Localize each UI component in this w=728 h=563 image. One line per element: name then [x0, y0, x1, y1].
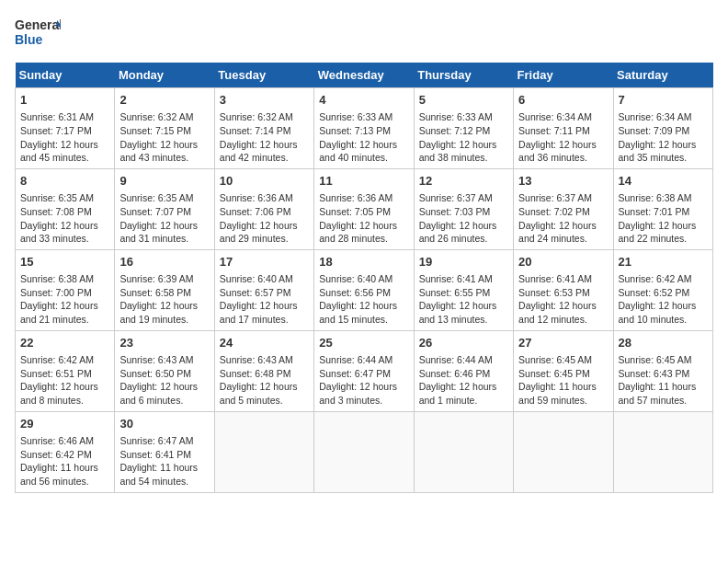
- day-info: Sunrise: 6:43 AM Sunset: 6:50 PM Dayligh…: [119, 353, 209, 408]
- day-info: Sunrise: 6:32 AM Sunset: 7:15 PM Dayligh…: [119, 110, 209, 165]
- col-header-friday: Friday: [514, 63, 613, 88]
- day-info: Sunrise: 6:35 AM Sunset: 7:07 PM Dayligh…: [119, 191, 209, 246]
- day-info: Sunrise: 6:45 AM Sunset: 6:45 PM Dayligh…: [518, 353, 608, 408]
- day-number: 19: [419, 254, 508, 270]
- calendar-cell: [314, 411, 414, 492]
- calendar-cell: [414, 411, 513, 492]
- calendar-week-row: 15Sunrise: 6:38 AM Sunset: 7:00 PM Dayli…: [16, 249, 713, 330]
- day-info: Sunrise: 6:36 AM Sunset: 7:05 PM Dayligh…: [319, 191, 408, 246]
- day-info: Sunrise: 6:43 AM Sunset: 6:48 PM Dayligh…: [220, 353, 309, 408]
- day-number: 12: [419, 173, 508, 190]
- day-info: Sunrise: 6:41 AM Sunset: 6:55 PM Dayligh…: [419, 272, 508, 327]
- day-info: Sunrise: 6:37 AM Sunset: 7:03 PM Dayligh…: [419, 191, 508, 246]
- calendar-header-row: SundayMondayTuesdayWednesdayThursdayFrid…: [16, 63, 713, 88]
- day-info: Sunrise: 6:44 AM Sunset: 6:47 PM Dayligh…: [319, 353, 408, 408]
- calendar-cell: 17Sunrise: 6:40 AM Sunset: 6:57 PM Dayli…: [214, 249, 313, 330]
- calendar-cell: 21Sunrise: 6:42 AM Sunset: 6:52 PM Dayli…: [613, 249, 712, 330]
- calendar-week-row: 22Sunrise: 6:42 AM Sunset: 6:51 PM Dayli…: [16, 330, 713, 411]
- day-number: 10: [220, 173, 309, 190]
- day-number: 11: [319, 173, 408, 190]
- logo-svg: General Blue: [15, 15, 61, 52]
- calendar-cell: 23Sunrise: 6:43 AM Sunset: 6:50 PM Dayli…: [115, 330, 214, 411]
- day-number: 20: [518, 254, 608, 270]
- day-number: 8: [20, 173, 109, 190]
- day-number: 16: [119, 254, 209, 270]
- day-number: 14: [619, 173, 708, 190]
- day-number: 26: [419, 335, 508, 351]
- page-header: General Blue: [15, 15, 713, 52]
- calendar-cell: 12Sunrise: 6:37 AM Sunset: 7:03 PM Dayli…: [414, 168, 513, 249]
- calendar-cell: 28Sunrise: 6:45 AM Sunset: 6:43 PM Dayli…: [613, 330, 712, 411]
- day-number: 30: [119, 416, 209, 432]
- col-header-thursday: Thursday: [414, 63, 513, 88]
- day-number: 1: [20, 92, 109, 109]
- calendar-cell: 22Sunrise: 6:42 AM Sunset: 6:51 PM Dayli…: [16, 330, 115, 411]
- day-number: 24: [220, 335, 309, 351]
- day-number: 23: [119, 335, 209, 351]
- calendar-cell: 9Sunrise: 6:35 AM Sunset: 7:07 PM Daylig…: [115, 168, 214, 249]
- day-number: 25: [319, 335, 408, 351]
- calendar-cell: [613, 411, 712, 492]
- calendar-cell: 29Sunrise: 6:46 AM Sunset: 6:42 PM Dayli…: [16, 411, 115, 492]
- day-info: Sunrise: 6:46 AM Sunset: 6:42 PM Dayligh…: [20, 434, 109, 488]
- day-info: Sunrise: 6:37 AM Sunset: 7:02 PM Dayligh…: [518, 191, 608, 246]
- calendar-cell: 6Sunrise: 6:34 AM Sunset: 7:11 PM Daylig…: [514, 88, 613, 169]
- day-number: 15: [20, 254, 109, 270]
- calendar-cell: [214, 411, 313, 492]
- day-info: Sunrise: 6:42 AM Sunset: 6:52 PM Dayligh…: [619, 272, 708, 327]
- calendar-cell: 13Sunrise: 6:37 AM Sunset: 7:02 PM Dayli…: [514, 168, 613, 249]
- col-header-monday: Monday: [115, 63, 214, 88]
- col-header-wednesday: Wednesday: [314, 63, 414, 88]
- calendar-cell: 8Sunrise: 6:35 AM Sunset: 7:08 PM Daylig…: [16, 168, 115, 249]
- calendar-cell: 10Sunrise: 6:36 AM Sunset: 7:06 PM Dayli…: [214, 168, 313, 249]
- day-number: 4: [319, 92, 408, 109]
- svg-text:General: General: [15, 17, 61, 32]
- calendar-cell: 30Sunrise: 6:47 AM Sunset: 6:41 PM Dayli…: [115, 411, 214, 492]
- day-number: 22: [20, 335, 109, 351]
- day-info: Sunrise: 6:34 AM Sunset: 7:09 PM Dayligh…: [619, 110, 708, 165]
- day-number: 17: [220, 254, 309, 270]
- calendar-cell: 2Sunrise: 6:32 AM Sunset: 7:15 PM Daylig…: [115, 88, 214, 169]
- day-number: 21: [619, 254, 708, 270]
- calendar-cell: 27Sunrise: 6:45 AM Sunset: 6:45 PM Dayli…: [514, 330, 613, 411]
- calendar-cell: [514, 411, 613, 492]
- day-number: 29: [20, 416, 109, 432]
- calendar-cell: 24Sunrise: 6:43 AM Sunset: 6:48 PM Dayli…: [214, 330, 313, 411]
- day-info: Sunrise: 6:40 AM Sunset: 6:56 PM Dayligh…: [319, 272, 408, 327]
- day-number: 3: [220, 92, 309, 109]
- day-number: 7: [619, 92, 708, 109]
- logo: General Blue: [15, 15, 61, 52]
- day-info: Sunrise: 6:47 AM Sunset: 6:41 PM Dayligh…: [119, 434, 209, 488]
- calendar-cell: 25Sunrise: 6:44 AM Sunset: 6:47 PM Dayli…: [314, 330, 414, 411]
- calendar-week-row: 8Sunrise: 6:35 AM Sunset: 7:08 PM Daylig…: [16, 168, 713, 249]
- calendar-cell: 3Sunrise: 6:32 AM Sunset: 7:14 PM Daylig…: [214, 88, 313, 169]
- calendar-cell: 5Sunrise: 6:33 AM Sunset: 7:12 PM Daylig…: [414, 88, 513, 169]
- col-header-saturday: Saturday: [613, 63, 712, 88]
- day-info: Sunrise: 6:35 AM Sunset: 7:08 PM Dayligh…: [20, 191, 109, 246]
- day-number: 5: [419, 92, 508, 109]
- calendar-cell: 4Sunrise: 6:33 AM Sunset: 7:13 PM Daylig…: [314, 88, 414, 169]
- day-info: Sunrise: 6:45 AM Sunset: 6:43 PM Dayligh…: [619, 353, 708, 408]
- calendar-week-row: 29Sunrise: 6:46 AM Sunset: 6:42 PM Dayli…: [16, 411, 713, 492]
- day-info: Sunrise: 6:31 AM Sunset: 7:17 PM Dayligh…: [20, 110, 109, 165]
- day-info: Sunrise: 6:41 AM Sunset: 6:53 PM Dayligh…: [518, 272, 608, 327]
- calendar-cell: 11Sunrise: 6:36 AM Sunset: 7:05 PM Dayli…: [314, 168, 414, 249]
- day-number: 27: [518, 335, 608, 351]
- day-info: Sunrise: 6:34 AM Sunset: 7:11 PM Dayligh…: [518, 110, 608, 165]
- day-number: 13: [518, 173, 608, 190]
- day-info: Sunrise: 6:38 AM Sunset: 7:00 PM Dayligh…: [20, 272, 109, 327]
- day-info: Sunrise: 6:44 AM Sunset: 6:46 PM Dayligh…: [419, 353, 508, 408]
- day-number: 9: [119, 173, 209, 190]
- calendar-week-row: 1Sunrise: 6:31 AM Sunset: 7:17 PM Daylig…: [16, 88, 713, 169]
- calendar-cell: 1Sunrise: 6:31 AM Sunset: 7:17 PM Daylig…: [16, 88, 115, 169]
- svg-text:Blue: Blue: [15, 32, 43, 47]
- day-info: Sunrise: 6:33 AM Sunset: 7:12 PM Dayligh…: [419, 110, 508, 165]
- day-info: Sunrise: 6:32 AM Sunset: 7:14 PM Dayligh…: [220, 110, 309, 165]
- col-header-sunday: Sunday: [16, 63, 115, 88]
- day-info: Sunrise: 6:33 AM Sunset: 7:13 PM Dayligh…: [319, 110, 408, 165]
- calendar-cell: 7Sunrise: 6:34 AM Sunset: 7:09 PM Daylig…: [613, 88, 712, 169]
- day-info: Sunrise: 6:42 AM Sunset: 6:51 PM Dayligh…: [20, 353, 109, 408]
- calendar-cell: 16Sunrise: 6:39 AM Sunset: 6:58 PM Dayli…: [115, 249, 214, 330]
- calendar-cell: 18Sunrise: 6:40 AM Sunset: 6:56 PM Dayli…: [314, 249, 414, 330]
- day-number: 2: [119, 92, 209, 109]
